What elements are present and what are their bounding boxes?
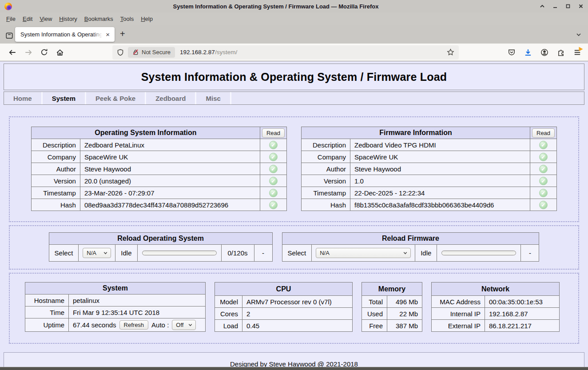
table-row: Hash 08ed9aa3d3778dec34ff43748a70889d527… bbox=[31, 199, 286, 211]
cpu-table: CPU Model ARMv7 Processor rev 0 (v7l) Co… bbox=[215, 282, 353, 332]
shade-window-icon[interactable] bbox=[540, 4, 545, 9]
auto-label: Auto : bbox=[151, 321, 169, 329]
table-row: Used 22 Mb bbox=[362, 308, 422, 320]
network-title: Network bbox=[432, 282, 560, 296]
chevron-down-icon bbox=[403, 251, 408, 255]
table-row: Model ARMv7 Processor rev 0 (v7l) bbox=[215, 296, 353, 308]
network-table: Network MAC Address 00:0a:35:00:1e:53 In… bbox=[431, 282, 560, 332]
nav-tab-home[interactable]: Home bbox=[4, 92, 43, 104]
url-bar[interactable]: Not Secure 192.168.2.87/system/ bbox=[112, 45, 459, 60]
chevron-down-icon bbox=[103, 251, 108, 255]
chevron-down-icon bbox=[188, 322, 193, 327]
app-menu-hamburger-icon[interactable] bbox=[571, 48, 584, 56]
table-row: Timestamp 23-Mar-2026 - 07:29:07 ✓ bbox=[31, 187, 286, 199]
url-path: /system/ bbox=[215, 49, 237, 56]
uptime-value: 67.44 seconds bbox=[73, 321, 116, 329]
os-reload-progress bbox=[142, 251, 217, 255]
firmware-reload-result: - bbox=[521, 245, 539, 262]
menu-edit[interactable]: Edit bbox=[19, 14, 36, 24]
new-tab-icon[interactable]: + bbox=[120, 29, 125, 39]
table-row: External IP 86.18.221.217 bbox=[432, 320, 560, 332]
refresh-button[interactable]: Refresh bbox=[119, 320, 149, 330]
extensions-puzzle-icon[interactable] bbox=[555, 48, 567, 56]
menu-alert-badge bbox=[579, 47, 583, 51]
memory-table: Memory Total 496 Mb Used 22 Mb Free 387 … bbox=[362, 282, 422, 332]
nav-tab-misc[interactable]: Misc bbox=[196, 92, 231, 104]
table-row: Hostname petalinux bbox=[25, 294, 206, 306]
not-secure-label: Not Secure bbox=[142, 49, 171, 56]
window-title: System Information & Operating System / … bbox=[16, 3, 536, 10]
ok-check-icon: ✓ bbox=[269, 189, 278, 197]
table-row: Select N/A Idle - bbox=[282, 245, 539, 262]
nav-tab-zedboard[interactable]: Zedboard bbox=[146, 92, 196, 104]
maximize-window-icon[interactable] bbox=[565, 4, 571, 9]
shield-icon[interactable] bbox=[117, 49, 124, 56]
firmware-info-table: Firmware Information Read Description Ze… bbox=[301, 127, 557, 211]
list-tabs-chevron-icon[interactable] bbox=[576, 32, 582, 38]
ok-check-icon: ✓ bbox=[269, 153, 278, 161]
reload-icon[interactable] bbox=[36, 48, 52, 56]
os-reload-status: Idle bbox=[115, 245, 137, 262]
auto-refresh-select[interactable]: Off bbox=[172, 320, 196, 330]
ok-check-icon: ✓ bbox=[539, 189, 548, 197]
home-icon[interactable] bbox=[52, 48, 68, 56]
reload-os-table: Reload Operating System Select N/A Idle … bbox=[49, 232, 273, 262]
close-window-icon[interactable] bbox=[578, 4, 584, 9]
tab-close-icon[interactable]: × bbox=[104, 31, 111, 38]
not-secure-badge[interactable]: Not Secure bbox=[128, 47, 175, 58]
ok-check-icon: ✓ bbox=[269, 165, 278, 173]
table-row: Version 20.0 (unstaged) ✓ bbox=[31, 175, 286, 187]
ok-check-icon: ✓ bbox=[269, 201, 278, 209]
menu-file[interactable]: File bbox=[3, 14, 19, 24]
firmware-image-select[interactable]: N/A bbox=[316, 248, 411, 258]
table-row: Author Steve Haywood ✓ bbox=[302, 163, 557, 175]
firmware-read-button[interactable]: Read bbox=[532, 128, 555, 138]
bookmark-star-icon[interactable] bbox=[447, 48, 454, 56]
reload-firmware-title: Reload Firmware bbox=[282, 233, 539, 245]
navigation-toolbar: Not Secure 192.168.2.87/system/ bbox=[0, 44, 588, 61]
menu-help[interactable]: Help bbox=[137, 14, 156, 24]
system-table: System Hostname petalinux Time Fri Mar 9… bbox=[25, 282, 206, 332]
memory-title: Memory bbox=[362, 282, 422, 296]
os-image-select[interactable]: N/A bbox=[83, 248, 111, 258]
downloads-icon[interactable] bbox=[522, 48, 534, 56]
table-row: Uptime 67.44 seconds Refresh Auto : Off bbox=[25, 318, 206, 332]
nav-tab-system[interactable]: System bbox=[43, 92, 86, 104]
menu-bookmarks[interactable]: Bookmarks bbox=[81, 14, 117, 24]
table-row: Internal IP 192.168.2.87 bbox=[432, 308, 560, 320]
firefox-view-icon[interactable] bbox=[5, 32, 13, 40]
nav-tab-peek-poke[interactable]: Peek & Poke bbox=[86, 92, 146, 104]
menu-history[interactable]: History bbox=[56, 14, 80, 24]
page-title: System Information & Operating System / … bbox=[141, 71, 447, 84]
firmware-info-title: Firmware Information bbox=[302, 127, 530, 139]
page-navigation: Home System Peek & Poke Zedboard Misc bbox=[4, 92, 584, 105]
table-row: MAC Address 00:0a:35:00:1e:53 bbox=[432, 296, 560, 308]
firmware-reload-progress bbox=[441, 251, 516, 255]
system-title: System bbox=[25, 282, 206, 294]
table-row: Description Zedboard Video TPG HDMI ✓ bbox=[302, 139, 557, 151]
ok-check-icon: ✓ bbox=[539, 177, 548, 185]
firmware-reload-status: Idle bbox=[415, 245, 437, 262]
back-icon[interactable] bbox=[4, 48, 20, 56]
forward-icon[interactable] bbox=[20, 48, 36, 56]
table-row: Description Zedboard PetaLinux ✓ bbox=[31, 139, 286, 151]
table-row: Cores 2 bbox=[215, 308, 353, 320]
os-read-button[interactable]: Read bbox=[262, 128, 285, 138]
ok-check-icon: ✓ bbox=[539, 165, 548, 173]
tab-bar: System Information & Operating System × … bbox=[0, 25, 588, 44]
os-info-table: Operating System Information Read Descri… bbox=[31, 127, 287, 211]
url-host: 192.168.2.87 bbox=[180, 49, 215, 56]
status-section: System Hostname petalinux Time Fri Mar 9… bbox=[9, 273, 579, 344]
os-info-title: Operating System Information bbox=[31, 127, 260, 139]
menu-view[interactable]: View bbox=[36, 14, 56, 24]
account-icon[interactable] bbox=[538, 48, 551, 56]
pocket-icon[interactable] bbox=[505, 48, 518, 56]
ok-check-icon: ✓ bbox=[539, 141, 548, 149]
minimize-window-icon[interactable] bbox=[552, 4, 558, 9]
ok-check-icon: ✓ bbox=[269, 177, 278, 185]
table-row: Company SpaceWire UK ✓ bbox=[31, 151, 286, 163]
menu-tools[interactable]: Tools bbox=[117, 14, 137, 24]
table-row: Total 496 Mb bbox=[362, 296, 422, 308]
firefox-logo-icon bbox=[4, 3, 12, 10]
browser-tab[interactable]: System Information & Operating System × bbox=[15, 27, 115, 42]
